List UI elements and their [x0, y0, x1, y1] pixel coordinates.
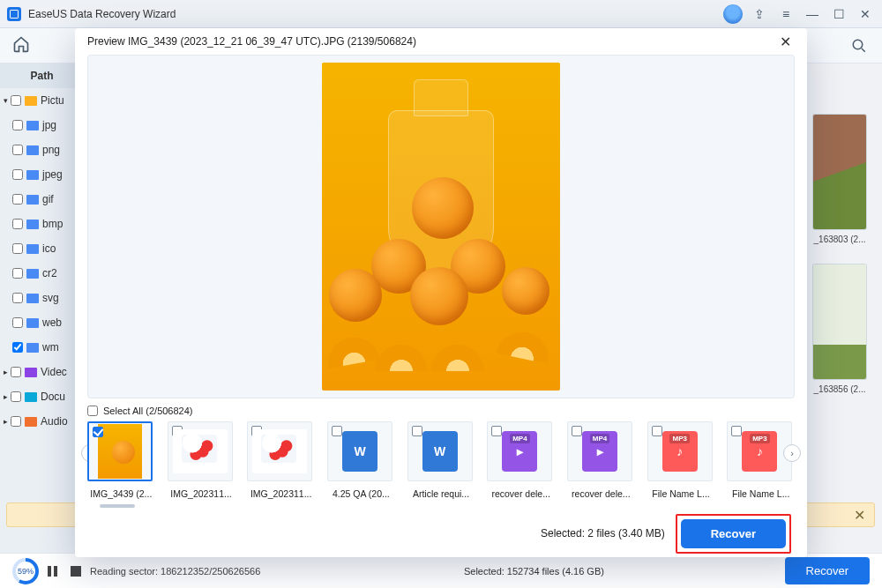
sidebar-group[interactable]: ▸Videc: [0, 360, 84, 384]
thumb-checkbox[interactable]: [491, 426, 502, 436]
sidebar-item[interactable]: bmp: [0, 212, 84, 236]
thumbnail[interactable]: W Article requi...: [407, 421, 475, 499]
sidebar-group[interactable]: ▸Docu: [0, 384, 84, 409]
thumb-checkbox[interactable]: [572, 426, 582, 436]
status-bar: 59% Reading sector: 186212352/250626566 …: [0, 553, 882, 588]
preview-image: [322, 63, 560, 391]
recover-highlight: Recover: [676, 514, 791, 554]
sidebar-item[interactable]: wm: [0, 335, 84, 360]
bg-thumbnail[interactable]: _163856 (2...: [813, 264, 866, 394]
close-window-icon[interactable]: ✕: [856, 4, 875, 24]
word-icon: W: [422, 431, 458, 472]
sidebar-root[interactable]: ▾Pictu: [0, 88, 84, 113]
progress-pie: 59%: [12, 558, 39, 584]
sidebar-item[interactable]: jpeg: [0, 162, 84, 187]
bg-thumbnail[interactable]: _163803 (2...: [813, 115, 866, 244]
svg-point-0: [853, 40, 863, 49]
thumbnail-strip: ‹ IMG_3439 (2... IMG_202311... IMG_20231…: [87, 421, 795, 499]
selection-summary: Selected: 152734 files (4.16 GB): [464, 566, 604, 577]
thumb-nav-next[interactable]: ›: [783, 444, 801, 462]
sidebar-item[interactable]: svg: [0, 286, 84, 310]
thumbnail[interactable]: IMG_202311...: [247, 421, 315, 499]
image-icon: [173, 429, 228, 473]
share-icon[interactable]: ⇪: [750, 4, 769, 24]
thumbnail[interactable]: MP3♪ File Name L...: [727, 421, 795, 499]
thumbnail[interactable]: MP3♪ File Name L...: [647, 421, 715, 499]
sidebar-item[interactable]: jpg: [0, 113, 84, 138]
word-icon: W: [342, 431, 377, 472]
recover-button-main[interactable]: Recover: [785, 557, 870, 584]
thumb-checkbox[interactable]: [412, 426, 422, 436]
sidebar: Path ▾Pictu jpg png jpeg gif bmp ico cr2…: [0, 63, 84, 553]
thumb-scrollbar[interactable]: [100, 504, 782, 510]
sidebar-item[interactable]: gif: [0, 187, 84, 212]
thumb-checkbox[interactable]: [93, 427, 103, 437]
pause-icon[interactable]: [48, 566, 64, 577]
menu-icon[interactable]: ≡: [776, 4, 796, 24]
thumb-checkbox[interactable]: [332, 426, 342, 436]
dialog-title: Preview IMG_3439 (2023_12_21 06_39_47 UT…: [87, 35, 416, 48]
dialog-selection-summary: Selected: 2 files (3.40 MB): [541, 527, 665, 540]
home-icon[interactable]: [12, 35, 34, 56]
assistant-icon[interactable]: [723, 4, 743, 24]
sidebar-group[interactable]: ▸Audio: [0, 409, 84, 434]
sidebar-item[interactable]: web: [0, 310, 84, 335]
sidebar-item[interactable]: cr2: [0, 261, 84, 286]
preview-dialog: Preview IMG_3439 (2023_12_21 06_39_47 UT…: [75, 28, 807, 557]
thumb-checkbox[interactable]: [652, 426, 662, 436]
minimize-icon[interactable]: —: [803, 4, 822, 24]
thumbnail[interactable]: MP4▸ recover dele...: [567, 421, 635, 499]
image-icon: [98, 424, 142, 479]
maximize-icon[interactable]: ☐: [829, 4, 848, 24]
audio-icon: MP3♪: [742, 431, 777, 472]
sidebar-item[interactable]: ico: [0, 236, 84, 261]
stop-icon[interactable]: [71, 566, 81, 577]
sidebar-item[interactable]: png: [0, 138, 84, 162]
audio-icon: MP3♪: [662, 431, 698, 472]
video-icon: MP4▸: [582, 431, 617, 472]
recover-button[interactable]: Recover: [681, 519, 786, 548]
image-icon: [252, 429, 307, 473]
title-bar: EaseUS Data Recovery Wizard ⇪ ≡ — ☐ ✕: [0, 0, 882, 28]
preview-area: [87, 55, 795, 398]
thumbnail[interactable]: IMG_3439 (2...: [87, 421, 155, 499]
status-text: Reading sector: 186212352/250626566: [90, 566, 260, 577]
select-all[interactable]: Select All (2/506824): [87, 406, 795, 416]
app-title: EaseUS Data Recovery Wizard: [28, 8, 176, 20]
app-icon: [7, 7, 21, 21]
search-icon[interactable]: [848, 35, 870, 56]
thumbnail[interactable]: W 4.25 QA (20...: [327, 421, 395, 499]
thumbnail[interactable]: IMG_202311...: [168, 421, 235, 499]
select-all-checkbox[interactable]: [87, 406, 98, 416]
video-icon: MP4▸: [502, 431, 537, 472]
thumbnail[interactable]: MP4▸ recover dele...: [487, 421, 555, 499]
sidebar-header: Path: [0, 63, 84, 88]
thumb-checkbox[interactable]: [731, 426, 742, 436]
close-icon[interactable]: ✕: [776, 30, 795, 54]
